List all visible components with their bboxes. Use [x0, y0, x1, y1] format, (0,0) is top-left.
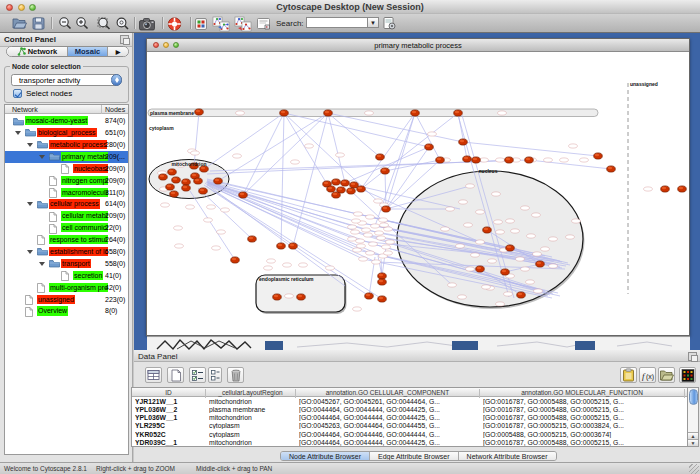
resize-grip[interactable] [689, 464, 699, 474]
tree-row[interactable]: multi-organism pro42(0) [5, 281, 128, 293]
tree-row[interactable]: mosaic-demo-yeast874(0) [5, 115, 128, 127]
tree-row[interactable]: unassigned223(0) [5, 293, 128, 305]
network-canvas[interactable]: plasma membranecytoplasmmitochondrionnuc… [147, 52, 689, 335]
tree-row[interactable]: nucleobase-209(0) [5, 163, 128, 175]
clipboard-button[interactable] [620, 367, 637, 383]
delete-attribute-button[interactable] [227, 367, 244, 383]
heatmap-button[interactable] [679, 367, 696, 383]
node-color-combobox[interactable]: transporter activity [11, 74, 122, 86]
table-row[interactable]: YLR295Ccytoplasm[GO:0045263, GO:0044464,… [132, 422, 687, 430]
tree-row-label[interactable]: transport [61, 259, 91, 268]
search-dropdown-button[interactable]: ▼ [368, 17, 379, 28]
tree-row[interactable]: secretion41(0) [5, 270, 128, 282]
tree-row-label[interactable]: primary metabo [61, 152, 108, 161]
expander-triangle-icon[interactable] [15, 131, 21, 135]
folder-icon [13, 117, 24, 126]
table-row[interactable]: YJR121W__1mitochondrion[GO:0045267, GO:0… [132, 398, 687, 406]
svg-text:nucleus: nucleus [479, 168, 498, 174]
tree-row[interactable]: Overview8(0) [5, 305, 128, 317]
tree-row-label[interactable]: metabolic process [49, 140, 107, 149]
search-config-button[interactable] [382, 15, 397, 32]
create-attribute-button[interactable] [167, 367, 184, 383]
svg-text:unassigned: unassigned [630, 81, 658, 87]
expander-triangle-icon[interactable] [39, 155, 45, 159]
table-row[interactable]: YDR039C__1mitochondrion[GO:0044464, GO:0… [132, 438, 687, 446]
expander-triangle-icon[interactable] [39, 262, 45, 266]
tree-row-label[interactable]: nitrogen compo [61, 176, 108, 185]
tree-row-label[interactable]: cellular process [49, 199, 100, 208]
tree-row[interactable]: cellular process614(0) [5, 198, 128, 210]
tree-row-label[interactable]: establishment of lo [49, 247, 108, 256]
network-tree-header: Network Nodes [5, 105, 128, 114]
tree-row-label[interactable]: multi-organism pro [49, 283, 108, 292]
tree-row[interactable]: nitrogen compo209(0) [5, 174, 128, 186]
tree-row-label[interactable]: secretion [73, 271, 103, 280]
tree-row-label[interactable]: biological_process [37, 128, 97, 137]
tree-row-label[interactable]: cell communicat [61, 223, 108, 232]
tree-row-label[interactable]: macromolecule [61, 188, 108, 197]
zoom-out-button[interactable] [58, 15, 73, 32]
save-button[interactable] [31, 15, 46, 32]
zoom-fit-button[interactable] [96, 15, 112, 32]
cytopanel-button[interactable] [166, 15, 183, 32]
function-builder-button[interactable]: f (x) [639, 367, 656, 383]
data-panel-title: Data Panel [138, 352, 178, 361]
snapshot-button[interactable] [138, 15, 157, 32]
tree-row[interactable]: transport558(0) [5, 258, 128, 270]
tree-row[interactable]: establishment of lo558(0) [5, 246, 128, 258]
data-panel-float-icon[interactable] [688, 352, 697, 361]
folder-icon [37, 200, 48, 209]
network-window-titlebar[interactable]: primary metabolic process [147, 39, 689, 52]
tree-row-label[interactable]: unassigned [37, 295, 75, 304]
expander-triangle-icon[interactable] [27, 202, 33, 206]
attribute-list-button[interactable] [208, 367, 222, 383]
tree-row[interactable]: biological_process651(0) [5, 127, 128, 139]
browser-tab[interactable]: Edge Attribute Browser [370, 452, 459, 460]
tree-row-label[interactable]: mosaic-demo-yeast [25, 116, 88, 125]
main-toolbar: Search: ▼ [0, 14, 700, 33]
search-input[interactable] [306, 17, 368, 28]
tree-row-label[interactable]: nucleobase- [73, 164, 108, 173]
tree-row-label[interactable]: cellular metabol [61, 211, 108, 220]
tab-network[interactable]: Network [7, 47, 68, 56]
destroy-network-button[interactable] [234, 15, 252, 32]
table-row[interactable]: YPL036W__2plasma membrane[GO:0044464, GO… [132, 406, 687, 414]
browser-tab[interactable]: Network Attribute Browser [459, 452, 556, 460]
file-icon [49, 188, 57, 198]
tree-col-nodes: Nodes [105, 106, 125, 113]
attribute-checklist-button[interactable] [189, 367, 206, 383]
zoom-in-button[interactable] [75, 15, 90, 32]
zoom-selected-button[interactable] [115, 15, 130, 32]
table-row[interactable]: YPL036W__1mitochondrion[GO:0044464, GO:0… [132, 414, 687, 422]
tree-row-label[interactable]: response to stimul [49, 235, 108, 244]
expander-triangle-icon[interactable] [27, 250, 33, 254]
tree-row[interactable]: cellular metabol209(0) [5, 210, 128, 222]
tab-overflow-button[interactable]: ▶ [108, 47, 128, 56]
scrollbar-down-button[interactable]: ▼ [688, 439, 698, 446]
float-panel-icon[interactable] [120, 35, 129, 44]
tree-row[interactable]: macromolecule311(0) [5, 186, 128, 198]
new-attribute-icon [170, 369, 182, 382]
open-button[interactable] [11, 15, 28, 32]
tree-row[interactable]: response to stimul264(0) [5, 234, 128, 246]
tree-row[interactable]: cell communicat22(0) [5, 222, 128, 234]
browser-tab[interactable]: Node Attribute Browser [281, 452, 370, 460]
table-scrollbar[interactable]: ▲ ▼ [687, 387, 699, 447]
import-attributes-icon [659, 369, 674, 382]
background-windows-strip[interactable] [147, 336, 690, 350]
import-attributes-button[interactable] [658, 367, 675, 383]
tree-row-label[interactable]: Overview [37, 306, 68, 315]
console-button[interactable] [256, 15, 272, 32]
tab-mosaic[interactable]: Mosaic [68, 47, 108, 56]
scrollbar-up-button[interactable]: ▲ [688, 432, 698, 439]
tree-row[interactable]: primary metabo209(... [5, 151, 128, 163]
vizmapper-button[interactable] [194, 15, 208, 32]
tree-row[interactable]: metabolic process280(0) [5, 139, 128, 151]
select-nodes-checkbox[interactable] [13, 89, 22, 98]
svg-text:cytoplasm: cytoplasm [149, 125, 174, 131]
select-attributes-button[interactable] [145, 367, 162, 383]
scrollbar-thumb[interactable] [689, 389, 698, 405]
expander-triangle-icon[interactable] [27, 143, 33, 147]
table-row[interactable]: YKR052Ccytoplasm[GO:0044464, GO:0044446,… [132, 430, 687, 438]
duplicate-network-button[interactable] [212, 15, 230, 32]
